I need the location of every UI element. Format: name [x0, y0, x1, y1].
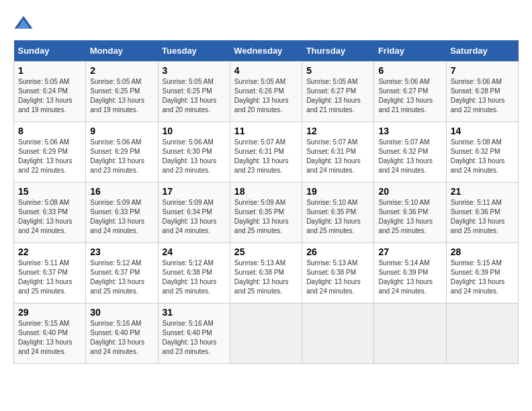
day-detail: Sunrise: 5:09 AM Sunset: 6:33 PM Dayligh…	[90, 198, 153, 236]
day-detail: Sunrise: 5:09 AM Sunset: 6:35 PM Dayligh…	[234, 198, 298, 236]
day-detail: Sunrise: 5:13 AM Sunset: 6:38 PM Dayligh…	[234, 259, 298, 296]
day-detail: Sunrise: 5:12 AM Sunset: 6:38 PM Dayligh…	[163, 259, 226, 296]
empty-cell	[230, 304, 302, 364]
day-detail: Sunrise: 5:09 AM Sunset: 6:34 PM Dayligh…	[163, 198, 226, 236]
empty-cell	[302, 304, 374, 364]
day-cell-11: 11 Sunrise: 5:07 AM Sunset: 6:31 PM Dayl…	[230, 122, 302, 183]
day-detail: Sunrise: 5:07 AM Sunset: 6:31 PM Dayligh…	[234, 138, 298, 175]
day-detail: Sunrise: 5:13 AM Sunset: 6:38 PM Dayligh…	[306, 259, 369, 296]
day-number: 28	[451, 246, 514, 257]
week-row-4: 22 Sunrise: 5:11 AM Sunset: 6:37 PM Dayl…	[14, 243, 519, 304]
day-number: 23	[90, 246, 153, 257]
day-cell-3: 3 Sunrise: 5:05 AM Sunset: 6:25 PM Dayli…	[158, 62, 230, 122]
day-detail: Sunrise: 5:05 AM Sunset: 6:26 PM Dayligh…	[234, 77, 298, 115]
day-detail: Sunrise: 5:06 AM Sunset: 6:29 PM Dayligh…	[90, 138, 153, 175]
day-number: 16	[90, 186, 153, 197]
day-number: 11	[234, 126, 298, 136]
day-detail: Sunrise: 5:08 AM Sunset: 6:33 PM Dayligh…	[18, 198, 81, 236]
day-number: 19	[306, 186, 369, 197]
day-cell-2: 2 Sunrise: 5:05 AM Sunset: 6:25 PM Dayli…	[86, 62, 158, 122]
logo	[13, 13, 36, 34]
day-detail: Sunrise: 5:14 AM Sunset: 6:39 PM Dayligh…	[378, 259, 441, 296]
day-number: 20	[378, 186, 441, 197]
weekday-header-saturday: Saturday	[446, 40, 518, 62]
day-detail: Sunrise: 5:12 AM Sunset: 6:37 PM Dayligh…	[90, 259, 153, 296]
day-cell-30: 30 Sunrise: 5:16 AM Sunset: 6:40 PM Dayl…	[86, 304, 158, 364]
weekday-header-monday: Monday	[86, 40, 158, 62]
day-number: 1	[18, 65, 81, 76]
day-detail: Sunrise: 5:05 AM Sunset: 6:27 PM Dayligh…	[306, 77, 369, 115]
weekday-header-wednesday: Wednesday	[230, 40, 302, 62]
day-cell-5: 5 Sunrise: 5:05 AM Sunset: 6:27 PM Dayli…	[302, 62, 374, 122]
day-cell-20: 20 Sunrise: 5:10 AM Sunset: 6:36 PM Dayl…	[374, 183, 446, 243]
day-cell-31: 31 Sunrise: 5:16 AM Sunset: 6:40 PM Dayl…	[158, 304, 230, 364]
day-detail: Sunrise: 5:10 AM Sunset: 6:36 PM Dayligh…	[378, 198, 441, 236]
day-number: 15	[18, 186, 81, 197]
day-detail: Sunrise: 5:07 AM Sunset: 6:31 PM Dayligh…	[306, 138, 369, 175]
day-detail: Sunrise: 5:16 AM Sunset: 6:40 PM Dayligh…	[90, 319, 153, 357]
day-detail: Sunrise: 5:11 AM Sunset: 6:36 PM Dayligh…	[451, 198, 514, 236]
day-number: 27	[378, 246, 441, 257]
day-cell-23: 23 Sunrise: 5:12 AM Sunset: 6:37 PM Dayl…	[86, 243, 158, 304]
day-number: 4	[234, 65, 298, 76]
day-cell-12: 12 Sunrise: 5:07 AM Sunset: 6:31 PM Dayl…	[302, 122, 374, 183]
day-detail: Sunrise: 5:06 AM Sunset: 6:27 PM Dayligh…	[378, 77, 441, 115]
day-cell-4: 4 Sunrise: 5:05 AM Sunset: 6:26 PM Dayli…	[230, 62, 302, 122]
day-cell-18: 18 Sunrise: 5:09 AM Sunset: 6:35 PM Dayl…	[230, 183, 302, 243]
day-number: 13	[378, 126, 441, 136]
day-detail: Sunrise: 5:06 AM Sunset: 6:29 PM Dayligh…	[18, 138, 81, 175]
day-detail: Sunrise: 5:15 AM Sunset: 6:40 PM Dayligh…	[18, 319, 81, 357]
day-detail: Sunrise: 5:05 AM Sunset: 6:24 PM Dayligh…	[18, 77, 81, 115]
day-number: 6	[378, 65, 441, 76]
day-cell-21: 21 Sunrise: 5:11 AM Sunset: 6:36 PM Dayl…	[446, 183, 518, 243]
week-row-3: 15 Sunrise: 5:08 AM Sunset: 6:33 PM Dayl…	[14, 183, 519, 243]
week-row-1: 1 Sunrise: 5:05 AM Sunset: 6:24 PM Dayli…	[14, 62, 519, 122]
day-cell-29: 29 Sunrise: 5:15 AM Sunset: 6:40 PM Dayl…	[14, 304, 86, 364]
day-detail: Sunrise: 5:06 AM Sunset: 6:30 PM Dayligh…	[163, 138, 226, 175]
weekday-header-thursday: Thursday	[302, 40, 374, 62]
weekday-header-friday: Friday	[374, 40, 446, 62]
day-detail: Sunrise: 5:11 AM Sunset: 6:37 PM Dayligh…	[18, 259, 81, 296]
day-cell-8: 8 Sunrise: 5:06 AM Sunset: 6:29 PM Dayli…	[14, 122, 86, 183]
day-number: 17	[163, 186, 226, 197]
day-cell-28: 28 Sunrise: 5:15 AM Sunset: 6:39 PM Dayl…	[446, 243, 518, 304]
day-cell-27: 27 Sunrise: 5:14 AM Sunset: 6:39 PM Dayl…	[374, 243, 446, 304]
day-cell-7: 7 Sunrise: 5:06 AM Sunset: 6:28 PM Dayli…	[446, 62, 518, 122]
week-row-5: 29 Sunrise: 5:15 AM Sunset: 6:40 PM Dayl…	[14, 304, 519, 364]
day-number: 2	[90, 65, 153, 76]
day-number: 24	[163, 246, 226, 257]
day-cell-17: 17 Sunrise: 5:09 AM Sunset: 6:34 PM Dayl…	[158, 183, 230, 243]
day-cell-6: 6 Sunrise: 5:06 AM Sunset: 6:27 PM Dayli…	[374, 62, 446, 122]
day-number: 29	[18, 307, 81, 318]
weekday-header-tuesday: Tuesday	[158, 40, 230, 62]
day-detail: Sunrise: 5:10 AM Sunset: 6:35 PM Dayligh…	[306, 198, 369, 236]
day-detail: Sunrise: 5:15 AM Sunset: 6:39 PM Dayligh…	[451, 259, 514, 296]
page-header	[13, 13, 519, 34]
empty-cell	[446, 304, 518, 364]
day-number: 21	[451, 186, 514, 197]
day-number: 31	[163, 307, 226, 318]
day-cell-9: 9 Sunrise: 5:06 AM Sunset: 6:29 PM Dayli…	[86, 122, 158, 183]
day-detail: Sunrise: 5:08 AM Sunset: 6:32 PM Dayligh…	[451, 138, 514, 175]
day-number: 3	[163, 65, 226, 76]
day-number: 25	[234, 246, 298, 257]
day-number: 22	[18, 246, 81, 257]
day-detail: Sunrise: 5:16 AM Sunset: 6:40 PM Dayligh…	[163, 319, 226, 357]
day-cell-15: 15 Sunrise: 5:08 AM Sunset: 6:33 PM Dayl…	[14, 183, 86, 243]
day-cell-14: 14 Sunrise: 5:08 AM Sunset: 6:32 PM Dayl…	[446, 122, 518, 183]
day-cell-25: 25 Sunrise: 5:13 AM Sunset: 6:38 PM Dayl…	[230, 243, 302, 304]
day-number: 7	[451, 65, 514, 76]
day-cell-10: 10 Sunrise: 5:06 AM Sunset: 6:30 PM Dayl…	[158, 122, 230, 183]
day-cell-13: 13 Sunrise: 5:07 AM Sunset: 6:32 PM Dayl…	[374, 122, 446, 183]
empty-cell	[374, 304, 446, 364]
day-detail: Sunrise: 5:07 AM Sunset: 6:32 PM Dayligh…	[378, 138, 441, 175]
day-number: 18	[234, 186, 298, 197]
day-detail: Sunrise: 5:05 AM Sunset: 6:25 PM Dayligh…	[163, 77, 226, 115]
calendar-table: SundayMondayTuesdayWednesdayThursdayFrid…	[13, 40, 519, 364]
day-number: 14	[451, 126, 514, 136]
day-cell-16: 16 Sunrise: 5:09 AM Sunset: 6:33 PM Dayl…	[86, 183, 158, 243]
day-number: 9	[90, 126, 153, 136]
day-detail: Sunrise: 5:06 AM Sunset: 6:28 PM Dayligh…	[451, 77, 514, 115]
day-number: 12	[306, 126, 369, 136]
day-cell-1: 1 Sunrise: 5:05 AM Sunset: 6:24 PM Dayli…	[14, 62, 86, 122]
